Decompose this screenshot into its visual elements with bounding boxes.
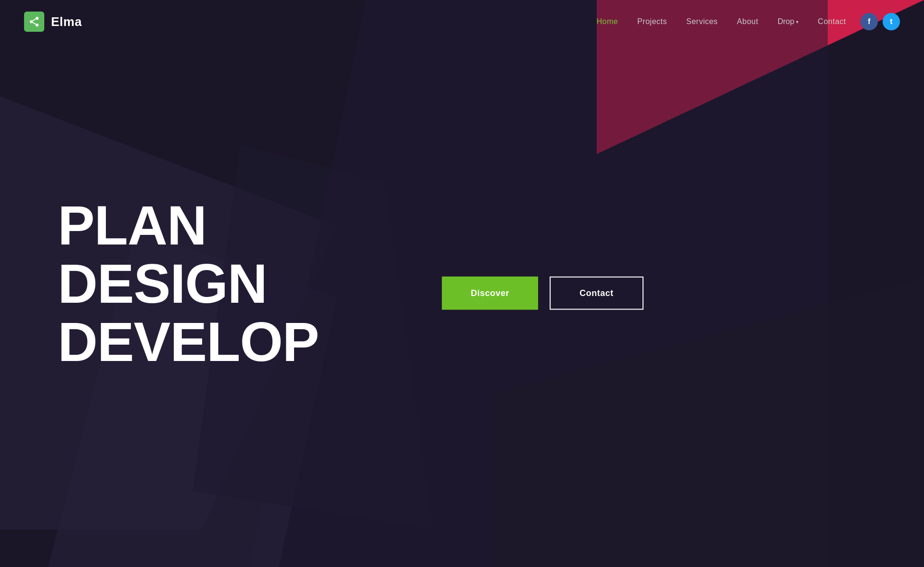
cta-area: Discover Contact xyxy=(442,277,643,310)
hero-line-2: DESIGN xyxy=(58,253,267,314)
hero-line-1: PLAN xyxy=(58,194,206,256)
nav-link-contact[interactable]: Contact xyxy=(818,17,846,26)
nav-links: Home Projects Services About Drop ▾ Cont… xyxy=(597,17,846,26)
nav-item-services[interactable]: Services xyxy=(686,17,718,26)
navbar: Elma Home Projects Services About Drop ▾ xyxy=(0,0,924,43)
dark-poly-bottom-right-shape xyxy=(491,278,924,567)
hero-heading: PLAN DESIGN DEVELOP xyxy=(58,196,319,371)
social-icons: f t xyxy=(860,13,900,30)
logo-icon xyxy=(24,12,44,32)
nav-link-services[interactable]: Services xyxy=(686,17,718,26)
hero-content: PLAN DESIGN DEVELOP xyxy=(0,196,319,371)
facebook-button[interactable]: f xyxy=(860,13,878,30)
nav-item-home[interactable]: Home xyxy=(597,17,618,26)
nav-link-about[interactable]: About xyxy=(737,17,758,26)
svg-point-2 xyxy=(36,24,38,26)
nav-item-about[interactable]: About xyxy=(737,17,758,26)
svg-line-4 xyxy=(33,19,36,21)
logo-link[interactable]: Elma xyxy=(24,12,82,32)
nav-item-projects[interactable]: Projects xyxy=(637,17,667,26)
discover-button[interactable]: Discover xyxy=(442,277,538,310)
nav-link-home[interactable]: Home xyxy=(597,17,618,26)
nav-dropdown-drop[interactable]: Drop ▾ xyxy=(778,17,799,26)
nav-item-contact[interactable]: Contact xyxy=(818,17,846,26)
hero-line-3: DEVELOP xyxy=(58,310,319,372)
brand-name: Elma xyxy=(51,14,82,29)
hero-section: Elma Home Projects Services About Drop ▾ xyxy=(0,0,924,567)
twitter-icon: t xyxy=(890,17,892,26)
contact-button[interactable]: Contact xyxy=(550,277,643,310)
twitter-button[interactable]: t xyxy=(883,13,900,30)
nav-link-projects[interactable]: Projects xyxy=(637,17,667,26)
nav-item-drop[interactable]: Drop ▾ xyxy=(778,17,799,26)
facebook-icon: f xyxy=(868,17,870,26)
chevron-down-icon: ▾ xyxy=(796,19,798,25)
svg-point-0 xyxy=(36,17,38,20)
svg-point-1 xyxy=(30,20,33,23)
share-icon xyxy=(28,16,40,27)
svg-line-3 xyxy=(33,23,36,25)
